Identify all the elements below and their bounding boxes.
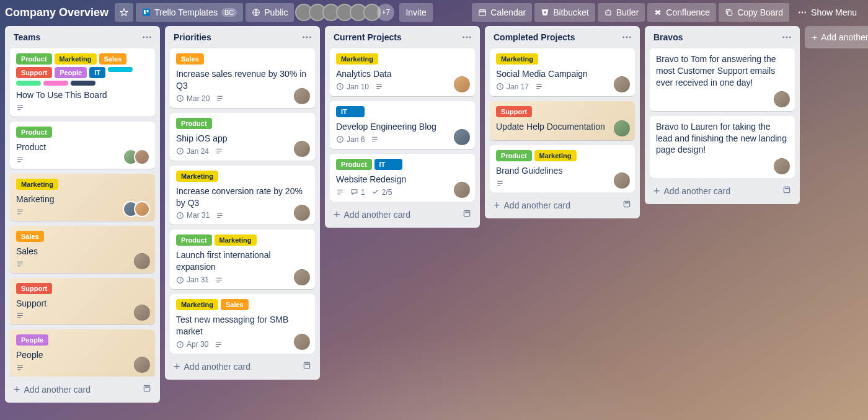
template-icon[interactable]	[782, 185, 791, 197]
add-card-button[interactable]: +Add another card	[334, 210, 463, 220]
star-button[interactable]	[115, 3, 133, 22]
label-sales[interactable]: Sales	[99, 53, 127, 65]
globe-icon	[252, 8, 260, 17]
label-color[interactable]	[71, 81, 95, 86]
list-menu-button[interactable]: ⋯	[462, 32, 472, 42]
label-color[interactable]	[43, 81, 68, 86]
calendar-button[interactable]: Calendar	[472, 3, 532, 22]
template-icon[interactable]	[463, 209, 471, 220]
label-marketing[interactable]: Marketing	[55, 53, 97, 65]
label-it[interactable]: IT	[374, 159, 403, 170]
card[interactable]: Support Update Help Documentation	[490, 101, 635, 140]
avatars-more[interactable]: +7	[377, 4, 394, 21]
card[interactable]: Marketing Increase conversion rate by 20…	[170, 166, 315, 225]
card[interactable]: MarketingSales Test new messaging for SM…	[170, 294, 315, 354]
visibility-button[interactable]: Public	[246, 3, 294, 22]
label-it[interactable]: IT	[89, 67, 105, 78]
label-marketing[interactable]: Marketing	[176, 171, 218, 182]
label-product[interactable]: Product	[176, 235, 212, 246]
label-product[interactable]: Product	[336, 159, 372, 170]
label-support[interactable]: Support	[16, 67, 52, 78]
avatar[interactable]	[454, 182, 470, 198]
avatar[interactable]	[134, 149, 150, 165]
card-title: Brand Guidelines	[496, 165, 629, 177]
show-menu-button[interactable]: ⋯ Show Menu	[792, 7, 863, 17]
card[interactable]: Bravo to Tom for answering the most Cust…	[650, 48, 795, 111]
label-color[interactable]	[108, 67, 133, 72]
invite-button[interactable]: Invite	[399, 3, 432, 22]
copy-board-button[interactable]: Copy Board	[719, 3, 789, 22]
avatar[interactable]	[774, 91, 790, 107]
card[interactable]: ProductIT Website Redesign 1 2/5	[330, 154, 475, 202]
list-title[interactable]: Completed Projects	[494, 32, 575, 42]
templates-button[interactable]: Trello Templates BC	[136, 3, 243, 22]
label-product[interactable]: Product	[496, 150, 532, 161]
label-marketing[interactable]: Marketing	[534, 150, 577, 161]
avatar[interactable]	[294, 88, 310, 104]
list-title[interactable]: Priorities	[174, 32, 211, 42]
card[interactable]: People People	[10, 329, 155, 377]
avatar[interactable]	[614, 120, 630, 136]
member-avatars[interactable]: +7	[299, 4, 394, 21]
card[interactable]: Sales Increase sales revenue by 30% in Q…	[170, 48, 315, 108]
svg-point-7	[609, 12, 610, 13]
avatar[interactable]	[614, 172, 630, 189]
avatar[interactable]	[454, 76, 470, 92]
avatar[interactable]	[294, 334, 310, 350]
add-card-button[interactable]: +Add another card	[494, 200, 622, 210]
list-menu-button[interactable]: ⋯	[782, 32, 792, 42]
add-card-button[interactable]: +Add another card	[14, 385, 143, 395]
list-title[interactable]: Teams	[14, 32, 40, 42]
add-list-button[interactable]: + Add another list	[805, 26, 868, 48]
card[interactable]: Bravo to Lauren for taking the lead and …	[650, 116, 795, 179]
avatar[interactable]	[134, 201, 150, 217]
bitbucket-button[interactable]: Bitbucket	[534, 3, 595, 22]
label-people[interactable]: People	[55, 67, 87, 78]
label-product[interactable]: Product	[16, 127, 52, 138]
template-icon[interactable]	[622, 200, 631, 211]
template-icon[interactable]	[303, 361, 311, 372]
card[interactable]: IT Develop Engineering Blog Jan 6	[330, 101, 475, 149]
card[interactable]: Product Product	[10, 122, 155, 169]
label-marketing[interactable]: Marketing	[176, 299, 218, 310]
label-color[interactable]	[16, 81, 41, 86]
avatar[interactable]	[614, 76, 630, 92]
card[interactable]: Product Ship iOS app Jan 24	[170, 113, 315, 161]
list-menu-button[interactable]: ⋯	[142, 32, 153, 42]
card-title: People	[16, 349, 149, 361]
card[interactable]: Support Support	[10, 278, 155, 325]
label-support[interactable]: Support	[496, 106, 532, 117]
label-people[interactable]: People	[16, 334, 48, 346]
confluence-button[interactable]: Confluence	[647, 3, 716, 22]
card[interactable]: Product Marketing Sales Support People I…	[10, 48, 155, 117]
label-product[interactable]: Product	[176, 118, 212, 129]
label-marketing[interactable]: Marketing	[215, 235, 257, 246]
label-it[interactable]: IT	[336, 106, 365, 117]
card[interactable]: Marketing Analytics Data Jan 10	[330, 48, 475, 96]
card[interactable]: Marketing Marketing	[10, 174, 155, 221]
add-card-button[interactable]: +Add another card	[174, 362, 303, 372]
add-card-button[interactable]: +Add another card	[653, 186, 782, 196]
card[interactable]: ProductMarketing Brand Guidelines	[490, 145, 635, 192]
avatar[interactable]	[774, 158, 790, 174]
label-marketing[interactable]: Marketing	[496, 53, 538, 65]
avatar[interactable]	[294, 141, 310, 157]
label-marketing[interactable]: Marketing	[16, 179, 58, 190]
label-sales[interactable]: Sales	[16, 231, 44, 242]
butler-button[interactable]: Butler	[598, 3, 645, 22]
list-menu-button[interactable]: ⋯	[302, 32, 312, 42]
list-menu-button[interactable]: ⋯	[622, 32, 632, 42]
list-title[interactable]: Current Projects	[334, 32, 402, 42]
label-marketing[interactable]: Marketing	[336, 53, 378, 65]
card[interactable]: ProductMarketing Launch first internatio…	[170, 230, 315, 289]
list-title[interactable]: Bravos	[653, 32, 683, 42]
card[interactable]: Sales Sales	[10, 226, 155, 273]
label-sales[interactable]: Sales	[221, 299, 249, 310]
label-support[interactable]: Support	[16, 283, 52, 294]
avatar[interactable]	[454, 129, 470, 145]
label-product[interactable]: Product	[16, 53, 52, 65]
template-icon[interactable]	[143, 384, 151, 395]
label-sales[interactable]: Sales	[176, 53, 204, 65]
avatar[interactable]	[134, 253, 150, 269]
card[interactable]: Marketing Social Media Campaign Jan 17	[490, 48, 635, 96]
